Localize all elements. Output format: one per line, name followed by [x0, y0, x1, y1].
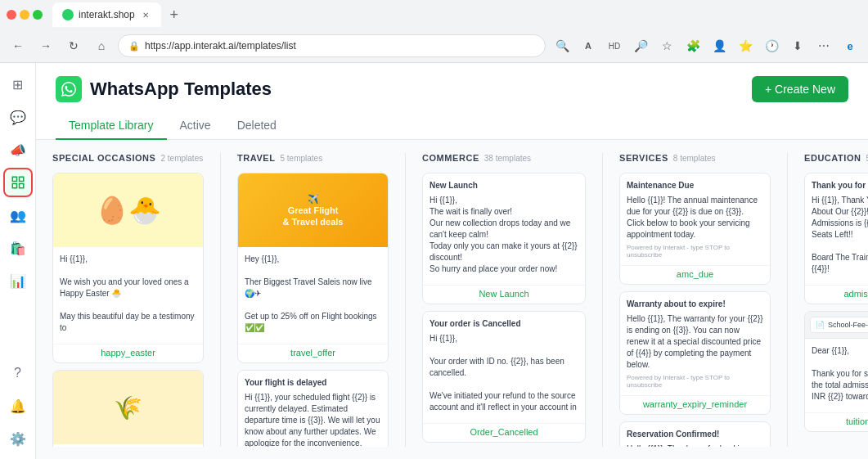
svg-rect-0 — [12, 177, 16, 181]
category-name: COMMERCE — [422, 153, 479, 163]
template-card-baisakhi[interactable]: 🌾 Hi {{1}},May Wishe Guru fulfil all you… — [52, 370, 204, 447]
card-header-text: Your order is Cancelled — [430, 318, 578, 330]
bookmark-icon[interactable]: ⭐ — [734, 34, 757, 57]
pdf-filename: School-Fee-Receipt-Sample.pdf — [828, 321, 868, 329]
card-body: Dear {{1}},Thank you for successfully su… — [805, 339, 868, 412]
divider-3 — [602, 153, 603, 447]
window-maximize[interactable] — [33, 10, 43, 20]
page-title: WhatsApp Templates — [90, 79, 272, 100]
home-button[interactable]: ⌂ — [90, 34, 113, 57]
extensions-icon[interactable]: 🧩 — [681, 34, 704, 57]
card-header-text: Warranty about to expire! — [627, 299, 763, 310]
tab-title: interakt.shop — [79, 9, 135, 20]
category-count: 38 templates — [484, 154, 531, 163]
sidebar-item-chat[interactable]: 💬 — [3, 102, 33, 132]
category-name: SPECIAL OCCASIONS — [52, 153, 156, 163]
reload-button[interactable]: ↻ — [62, 34, 85, 57]
category-header-commerce: COMMERCE 38 templates — [422, 153, 586, 163]
sidebar-item-help[interactable]: ? — [3, 358, 33, 388]
zoom-icon[interactable]: 🔎 — [629, 34, 652, 57]
card-body: Hey {{1}},Ther Biggest Travel Saleis now… — [238, 247, 388, 344]
window-close[interactable] — [7, 10, 16, 20]
divider-2 — [405, 153, 406, 447]
svg-rect-2 — [19, 184, 23, 188]
card-name: tuition_fees_paid — [805, 412, 868, 431]
search-icon[interactable]: 🔍 — [551, 34, 573, 57]
travel-cards: ✈️Great Flight& Travel deals Hey {{1}},T… — [237, 173, 389, 447]
template-card-tuition-fees[interactable]: 📄 School-Fee-Receipt-Sample.pdf Dear {{1… — [804, 311, 868, 432]
more-button[interactable]: ⋯ — [812, 34, 835, 57]
template-card-flight-delay[interactable]: Your flight is delayed Hi {{1}}, your sc… — [237, 370, 389, 447]
card-text: Hello {{1}}, The warranty for your {{2}}… — [627, 313, 763, 371]
category-name: EDUCATION — [804, 153, 861, 163]
services-cards: Maintenance Due Hello {{1}}! The annual … — [619, 173, 771, 447]
template-card-amc-due[interactable]: Maintenance Due Hello {{1}}! The annual … — [619, 173, 771, 285]
downloads-icon[interactable]: ⬇ — [786, 34, 809, 57]
new-tab-button[interactable]: + — [164, 5, 184, 25]
category-name: SERVICES — [619, 153, 668, 163]
card-name: New Launch — [423, 285, 585, 304]
template-card-new-launch[interactable]: New Launch Hi {{1}},The wait is finally … — [422, 173, 586, 304]
sidebar-item-commerce[interactable]: 🛍️ — [3, 233, 33, 263]
card-text: Hello {{1}}! The annual maintenance due … — [627, 195, 763, 241]
template-card-happy-easter[interactable]: 🥚🐣 Hi {{1}},We wish you and your loved o… — [52, 173, 204, 363]
sidebar-item-notifications[interactable]: 🔔 — [3, 391, 33, 421]
template-grid: SPECIAL OCCASIONS 2 templates 🥚🐣 Hi {{1}… — [52, 153, 868, 447]
sidebar-item-settings[interactable]: ⚙️ — [3, 424, 33, 453]
page-header: WhatsApp Templates + Create New Template… — [36, 63, 868, 140]
template-card-order-cancelled[interactable]: Your order is Cancelled Hi {{1}},Your or… — [422, 311, 586, 443]
tab-close-button[interactable]: ✕ — [140, 9, 151, 20]
card-name: warranty_expiry_reminder — [620, 395, 770, 414]
back-button[interactable]: ← — [7, 34, 29, 57]
browser-tab[interactable]: interakt.shop ✕ — [52, 2, 161, 27]
history-icon[interactable]: 🕐 — [760, 34, 783, 57]
card-body: Hi {{1}},We wish you and your loved ones… — [53, 247, 203, 344]
browser-toolbar: ← → ↻ ⌂ 🔒 https://app.interakt.ai/templa… — [0, 29, 868, 62]
category-header-special-occasions: SPECIAL OCCASIONS 2 templates — [52, 153, 204, 163]
category-name: TRAVEL — [237, 153, 275, 163]
card-header-text: New Launch — [430, 180, 578, 191]
card-body: Your order is Cancelled Hi {{1}},Your or… — [423, 312, 585, 423]
address-bar[interactable]: 🔒 https://app.interakt.ai/templates/list — [118, 34, 546, 57]
template-card-admission-inquiry[interactable]: Thank you for your interest Hi {{1}}, Th… — [804, 173, 868, 304]
create-new-button[interactable]: + Create New — [752, 76, 848, 102]
sidebar-item-analytics[interactable]: 📊 — [3, 266, 33, 295]
template-grid-area: SPECIAL OCCASIONS 2 templates 🥚🐣 Hi {{1}… — [36, 140, 868, 459]
sidebar-item-contacts[interactable]: 👥 — [3, 200, 33, 230]
tab-deleted[interactable]: Deleted — [224, 112, 290, 140]
tab-favicon — [62, 9, 74, 20]
main-content: WhatsApp Templates + Create New Template… — [36, 63, 868, 459]
edge-icon[interactable]: e — [839, 34, 861, 57]
font-icon[interactable]: A — [577, 34, 600, 57]
card-text: Hi {{1}},The wait is finally over!Our ne… — [430, 195, 578, 275]
sidebar-item-broadcast[interactable]: 📣 — [3, 135, 33, 164]
profile-icon[interactable]: 👤 — [708, 34, 731, 57]
template-card-warranty[interactable]: Warranty about to expire! Hello {{1}}, T… — [619, 291, 771, 415]
card-image: 🥚🐣 — [53, 173, 203, 247]
category-services: SERVICES 8 templates Maintenance Due Hel… — [619, 153, 771, 447]
template-card-reservation[interactable]: Reservation Confirmed! Hello {{1}}, Than… — [619, 421, 771, 447]
tab-active[interactable]: Active — [167, 112, 224, 140]
card-name: travel_offer — [238, 344, 388, 362]
card-text: Hello {{1}}, Thank you for booking a tab… — [627, 443, 763, 447]
category-education: EDUCATION 5 templates Thank you for your… — [804, 153, 868, 447]
card-image: 🌾 — [53, 371, 203, 444]
app-layout: ⊞ 💬 📣 👥 🛍️ 📊 ? 🔔 ⚙️ — [0, 63, 868, 459]
window-minimize[interactable] — [20, 10, 29, 20]
card-attachment: 📄 School-Fee-Receipt-Sample.pdf — [805, 312, 868, 339]
star-icon[interactable]: ☆ — [655, 34, 678, 57]
template-card-travel-offer[interactable]: ✈️Great Flight& Travel deals Hey {{1}},T… — [237, 173, 389, 363]
translate-icon[interactable]: HD — [603, 34, 626, 57]
card-body: Warranty about to expire! Hello {{1}}, T… — [620, 292, 770, 395]
sidebar-item-home[interactable]: ⊞ — [3, 70, 33, 99]
forward-button[interactable]: → — [34, 34, 57, 57]
category-header-services: SERVICES 8 templates — [619, 153, 771, 163]
sidebar-item-templates[interactable] — [3, 168, 33, 197]
category-commerce: COMMERCE 38 templates New Launch Hi {{1}… — [422, 153, 586, 447]
category-header-education: EDUCATION 5 templates — [804, 153, 868, 163]
whatsapp-icon — [56, 76, 82, 102]
card-body: Thank you for your interest Hi {{1}}, Th… — [805, 173, 868, 285]
education-cards: Thank you for your interest Hi {{1}}, Th… — [804, 173, 868, 447]
tab-template-library[interactable]: Template Library — [56, 112, 167, 140]
svg-rect-1 — [19, 177, 23, 181]
